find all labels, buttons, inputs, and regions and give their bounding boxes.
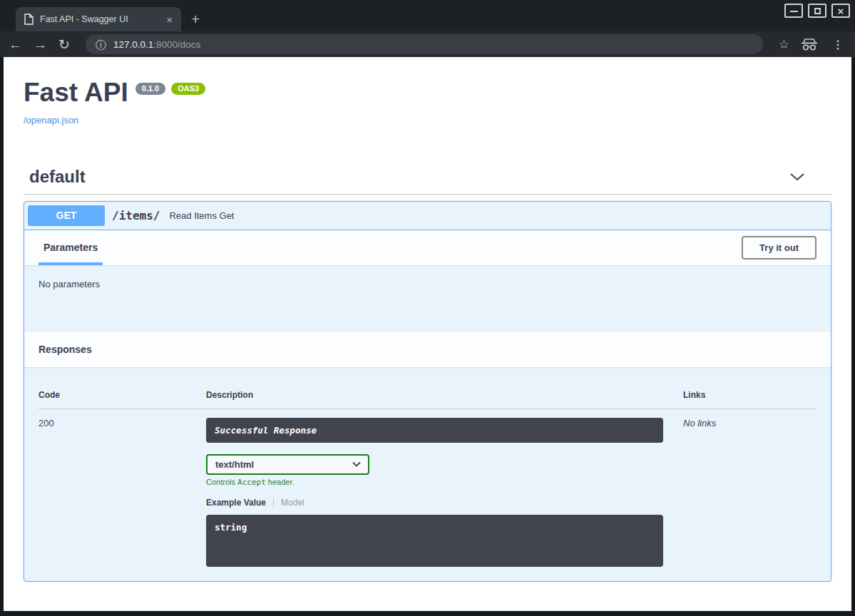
select-chevron-icon	[352, 461, 361, 467]
window-controls: ×	[784, 4, 850, 18]
bookmark-star-icon[interactable]: ☆	[779, 37, 789, 52]
opblock-get-items: GET /items/ Read Items Get Parameters Tr…	[24, 201, 831, 582]
accept-header-note: Controls Accept header.	[206, 478, 672, 487]
address-bar[interactable]: ⓘ 127.0.0.1:8000/docs	[86, 34, 763, 54]
responses-table: Code Description Links 200 Successful Re…	[39, 390, 816, 567]
parameters-body: No parameters	[24, 265, 831, 332]
no-parameters-text: No parameters	[39, 279, 100, 289]
browser-toolbar: ← → ↻ ⓘ 127.0.0.1:8000/docs ☆ ⋮	[0, 31, 855, 57]
page-content: Fast API 0.1.0 OAS3 /openapi.json defaul…	[4, 57, 851, 611]
accept-note-suffix: header.	[266, 478, 295, 486]
response-links-cell: No links	[672, 409, 816, 567]
page-favicon-icon	[24, 14, 34, 25]
minimize-icon	[790, 11, 798, 12]
minimize-button[interactable]	[784, 4, 803, 18]
new-tab-button[interactable]: +	[191, 11, 200, 26]
reload-icon[interactable]: ↻	[58, 38, 70, 51]
browser-tab[interactable]: Fast API - Swagger UI ×	[16, 7, 181, 31]
maximize-icon	[814, 8, 821, 14]
browser-menu-icon[interactable]: ⋮	[829, 38, 846, 51]
tab-close-icon[interactable]: ×	[163, 13, 175, 26]
endpoint-summary: Read Items Get	[169, 210, 234, 221]
browser-titlebar: Fast API - Swagger UI × + ×	[0, 0, 855, 31]
try-it-out-button[interactable]: Try it out	[742, 236, 816, 260]
incognito-icon	[801, 38, 818, 51]
url-text[interactable]: 127.0.0.1:8000/docs	[113, 39, 200, 50]
media-type-value: text/html	[215, 459, 254, 470]
responses-header: Responses	[24, 332, 831, 367]
tag-section-header[interactable]: default	[24, 167, 831, 195]
response-description-cell: Successful Response text/html Controls A…	[206, 409, 672, 567]
url-host: 127.0.0.1	[113, 39, 153, 50]
endpoint-path: /items/	[112, 209, 160, 222]
collapse-chevron-icon[interactable]	[789, 172, 805, 182]
media-type-select[interactable]: text/html	[206, 454, 369, 475]
tab-title: Fast API - Swagger UI	[40, 14, 157, 24]
tag-name: default	[29, 167, 86, 187]
maximize-button[interactable]	[808, 4, 826, 18]
openapi-spec-link[interactable]: /openapi.json	[24, 115, 78, 125]
column-header-description: Description	[206, 390, 672, 409]
api-info: Fast API 0.1.0 OAS3	[24, 78, 831, 108]
column-header-links: Links	[672, 390, 816, 409]
column-header-code: Code	[39, 390, 206, 409]
parameters-header: Parameters Try it out	[24, 230, 831, 265]
tab-parameters: Parameters	[39, 230, 103, 265]
accept-note-mono: Accept	[237, 478, 266, 487]
responses-body: Code Description Links 200 Successful Re…	[24, 367, 831, 581]
forward-icon[interactable]: →	[34, 38, 47, 51]
back-icon[interactable]: ←	[9, 38, 22, 51]
response-description-box: Successful Response	[206, 418, 663, 443]
opblock-summary[interactable]: GET /items/ Read Items Get	[24, 202, 831, 230]
browser-window: Fast API - Swagger UI × + × ← → ↻ ⓘ 127.…	[0, 0, 855, 616]
oas3-badge: OAS3	[171, 83, 205, 95]
close-window-button[interactable]: ×	[831, 4, 850, 18]
responses-title: Responses	[39, 344, 92, 355]
example-value-box: string	[206, 515, 663, 567]
site-info-icon[interactable]: ⓘ	[96, 39, 106, 50]
api-badges: 0.1.0 OAS3	[135, 83, 205, 95]
example-model-tabs: Example Value Model	[206, 498, 672, 508]
parameters-title: Parameters	[43, 242, 98, 253]
http-method-button[interactable]: GET	[28, 205, 105, 226]
accept-note-prefix: Controls	[206, 478, 237, 486]
api-title: Fast API	[24, 78, 128, 108]
tab-model[interactable]: Model	[274, 498, 304, 508]
response-code: 200	[39, 409, 206, 567]
tab-example-value[interactable]: Example Value	[206, 498, 274, 508]
url-path: :8000/docs	[153, 39, 200, 50]
close-icon: ×	[838, 6, 844, 16]
version-badge: 0.1.0	[135, 83, 165, 95]
